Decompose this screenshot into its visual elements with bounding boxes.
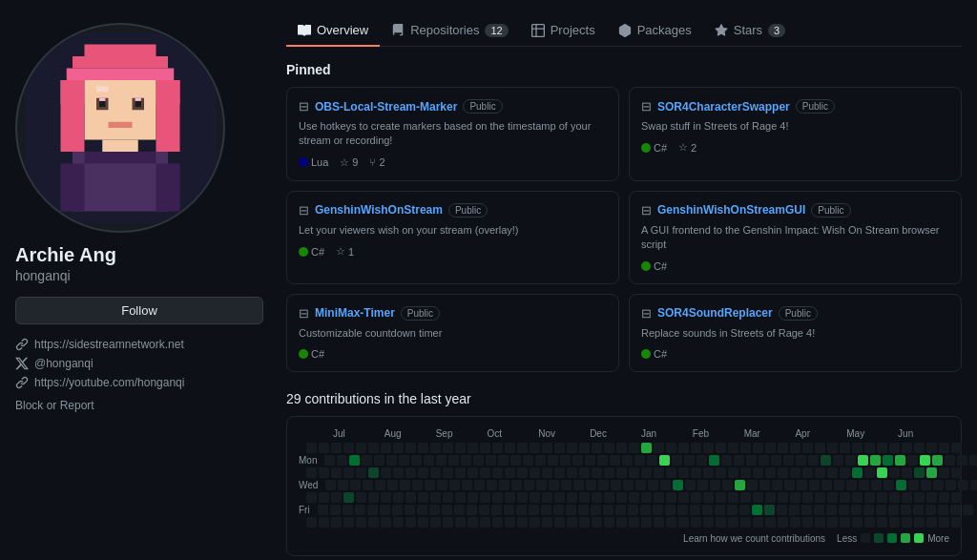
contrib-cell bbox=[734, 455, 744, 466]
contrib-cell bbox=[703, 467, 714, 478]
contrib-cell bbox=[418, 467, 428, 478]
contrib-cell bbox=[666, 443, 676, 453]
contrib-cell bbox=[604, 467, 614, 478]
contrib-cell bbox=[492, 517, 503, 528]
contrib-cell bbox=[492, 467, 503, 478]
contrib-cell bbox=[622, 455, 633, 466]
contrib-row bbox=[299, 517, 949, 528]
contrib-cell bbox=[536, 480, 547, 490]
svg-rect-21 bbox=[61, 80, 85, 152]
repo-name[interactable]: OBS-Local-Stream-Marker bbox=[315, 100, 457, 114]
contrib-cell bbox=[722, 480, 733, 490]
contrib-cell bbox=[778, 443, 788, 453]
contrib-cell bbox=[418, 443, 428, 453]
contrib-cell bbox=[386, 455, 397, 466]
contrib-cell bbox=[858, 455, 868, 466]
contrib-cell bbox=[801, 505, 812, 515]
contrib-cell bbox=[592, 467, 602, 478]
contrib-cell bbox=[913, 505, 924, 515]
contrib-cell bbox=[939, 443, 949, 453]
card-header: ⊟ SOR4SoundReplacer Public bbox=[641, 306, 949, 321]
repo-name[interactable]: SOR4SoundReplacer bbox=[657, 306, 773, 320]
contrib-cell bbox=[629, 443, 639, 453]
contrib-cell bbox=[554, 443, 565, 453]
contrib-cell bbox=[765, 467, 776, 478]
contrib-cell bbox=[777, 505, 787, 515]
contrib-cell bbox=[505, 492, 515, 503]
month-label: Nov bbox=[538, 428, 590, 439]
youtube-link-text: https://youtube.com/honganqi bbox=[34, 376, 184, 389]
contrib-cell bbox=[337, 455, 347, 466]
contrib-cell bbox=[510, 455, 521, 466]
tab-overview[interactable]: Overview bbox=[286, 15, 380, 47]
card-header: ⊟ GenshinWishOnStream Public bbox=[299, 203, 607, 218]
tab-repositories[interactable]: Repositories 12 bbox=[380, 15, 520, 47]
contrib-cell bbox=[566, 505, 576, 515]
youtube-link[interactable]: https://youtube.com/honganqi bbox=[15, 376, 263, 389]
block-report-link[interactable]: Block or Report bbox=[15, 399, 263, 412]
contrib-cell bbox=[616, 517, 627, 528]
contrib-cell bbox=[331, 443, 342, 453]
repo-name[interactable]: GenshinWishOnStream bbox=[315, 203, 443, 217]
contrib-cell bbox=[356, 467, 366, 478]
contrib-cell bbox=[654, 492, 664, 503]
contrib-cell bbox=[796, 455, 806, 466]
follow-button[interactable]: Follow bbox=[15, 297, 263, 324]
contrib-cell bbox=[486, 455, 496, 466]
card-desc: Swap stuff in Streets of Rage 4! bbox=[641, 119, 949, 134]
contrib-cell bbox=[597, 455, 608, 466]
visibility-badge: Public bbox=[779, 306, 818, 321]
contrib-cell bbox=[753, 492, 763, 503]
contrib-cell bbox=[653, 505, 663, 515]
contrib-cell bbox=[480, 443, 490, 453]
contrib-cell bbox=[950, 505, 961, 515]
avatar bbox=[15, 23, 225, 233]
contrib-cell bbox=[765, 443, 776, 453]
pinned-grid: ⊟ OBS-Local-Stream-Marker Public Use hot… bbox=[286, 87, 962, 372]
contrib-cell bbox=[784, 480, 795, 490]
contrib-cell bbox=[901, 505, 911, 515]
twitter-link[interactable]: @honganqi bbox=[15, 357, 263, 370]
contrib-cell bbox=[647, 455, 657, 466]
card-meta: C# bbox=[641, 348, 949, 360]
contrib-cell bbox=[319, 443, 329, 453]
contrib-cell bbox=[925, 505, 936, 515]
contrib-cell bbox=[945, 455, 955, 466]
tab-projects[interactable]: Projects bbox=[520, 15, 607, 47]
book-icon bbox=[298, 24, 311, 37]
svg-rect-22 bbox=[156, 80, 180, 152]
contrib-cell bbox=[790, 467, 800, 478]
contrib-row bbox=[299, 467, 949, 478]
repo-name[interactable]: MiniMax-Timer bbox=[315, 306, 395, 320]
contrib-cell bbox=[938, 505, 948, 515]
contrib-cell bbox=[381, 443, 391, 453]
repo-name[interactable]: SOR4CharacterSwapper bbox=[657, 100, 790, 114]
contrib-cell bbox=[902, 492, 912, 503]
contrib-cell bbox=[821, 480, 832, 490]
contrib-cell bbox=[914, 517, 925, 528]
month-label: Jun bbox=[898, 428, 949, 439]
contrib-cell bbox=[381, 517, 391, 528]
contrib-cell bbox=[702, 505, 713, 515]
contrib-cell bbox=[616, 492, 627, 503]
card-meta: C#☆1 bbox=[299, 245, 607, 258]
contrib-cell bbox=[778, 492, 788, 503]
contrib-cell bbox=[405, 443, 416, 453]
contrib-cell bbox=[889, 467, 900, 478]
contrib-cell bbox=[505, 517, 515, 528]
contrib-cell bbox=[802, 443, 813, 453]
contrib-cell bbox=[888, 505, 899, 515]
contrib-cell bbox=[914, 443, 925, 453]
contrib-cell bbox=[306, 492, 317, 503]
contrib-cell bbox=[355, 505, 365, 515]
repo-name[interactable]: GenshinWishOnStreamGUI bbox=[657, 203, 805, 217]
contrib-cell bbox=[703, 443, 714, 453]
repo-icon: ⊟ bbox=[299, 306, 309, 321]
contrib-cell bbox=[343, 492, 354, 503]
tab-stars[interactable]: Stars 3 bbox=[703, 15, 797, 47]
website-link[interactable]: https://sidestreamnetwork.net bbox=[15, 338, 263, 351]
svg-rect-13 bbox=[99, 98, 105, 101]
contrib-cell bbox=[764, 505, 775, 515]
tab-packages[interactable]: Packages bbox=[607, 15, 703, 47]
contrib-cell bbox=[468, 467, 478, 478]
